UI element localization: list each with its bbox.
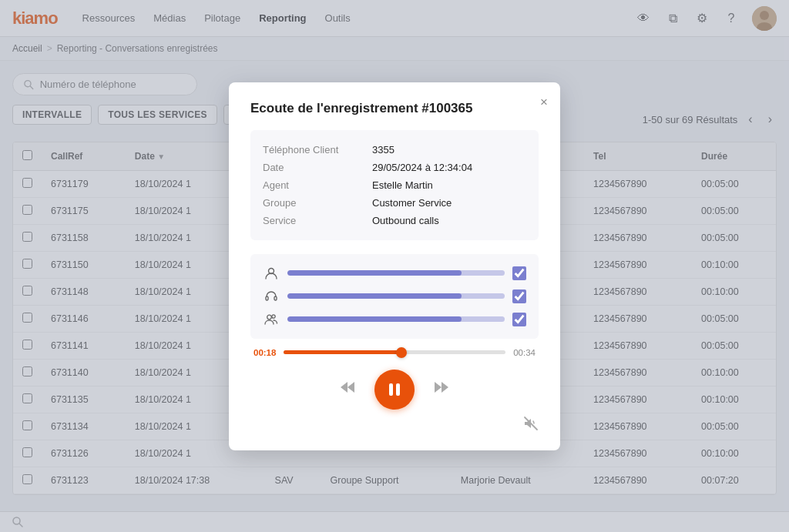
time-current: 00:18 [253,348,276,357]
rewind-btn[interactable] [336,376,359,403]
svg-point-11 [272,314,275,317]
info-date-row: Date 29/05/2024 à 12:34:04 [263,159,526,176]
info-groupe-row: Groupe Customer Service [263,194,526,212]
info-agent-label: Agent [263,179,363,191]
track-row-2 [263,288,526,305]
modal-footer [250,416,539,435]
modal-title: Ecoute de l'enregistrement #100365 [250,101,539,116]
timeline-row: 00:18 00:34 [250,348,539,357]
info-telephone-row: Téléphone Client 3355 [263,141,526,159]
track-bar-2[interactable] [287,293,505,299]
track-bar-3[interactable] [287,316,505,322]
info-agent-row: Agent Estelle Martin [263,176,526,194]
progress-thumb[interactable] [396,347,407,358]
info-telephone-label: Téléphone Client [263,144,363,156]
mute-btn[interactable] [523,416,539,435]
track-checkbox-2[interactable] [512,289,526,303]
info-service-value: Outbound calls [372,215,439,226]
group-icon [263,311,280,328]
recording-modal: Ecoute de l'enregistrement #100365 × Tél… [229,82,560,450]
track-checkbox-3[interactable] [512,313,526,326]
info-date-value: 29/05/2024 à 12:34:04 [372,162,472,173]
time-total: 00:34 [513,348,536,357]
track-row-3 [263,311,526,328]
audio-tracks [250,254,539,339]
svg-rect-15 [396,383,400,396]
pause-btn[interactable] [374,370,415,410]
info-service-label: Service [263,215,363,226]
svg-rect-8 [266,296,268,300]
info-date-label: Date [263,162,363,173]
playback-controls [250,370,539,410]
svg-rect-9 [274,296,277,300]
svg-rect-14 [389,383,393,396]
info-groupe-value: Customer Service [372,197,452,209]
svg-point-10 [267,315,272,320]
svg-marker-17 [442,382,448,393]
progress-track[interactable] [284,350,505,354]
modal-close-btn[interactable]: × [540,95,548,110]
svg-marker-12 [341,382,347,393]
track-bar-1[interactable] [287,270,505,276]
headset-icon [263,288,280,305]
info-agent-value: Estelle Martin [372,179,433,191]
info-groupe-label: Groupe [263,197,363,209]
svg-marker-13 [347,382,354,393]
modal-overlay[interactable]: Ecoute de l'enregistrement #100365 × Tél… [0,0,789,507]
svg-marker-16 [435,382,442,393]
track-checkbox-1[interactable] [512,266,526,280]
forward-btn[interactable] [430,376,453,403]
progress-fill [284,350,401,354]
person-icon [263,265,280,282]
info-service-row: Service Outbound calls [263,212,526,229]
track-row-1 [263,265,526,282]
recording-info: Téléphone Client 3355 Date 29/05/2024 à … [250,130,539,240]
info-telephone-value: 3355 [372,144,394,156]
